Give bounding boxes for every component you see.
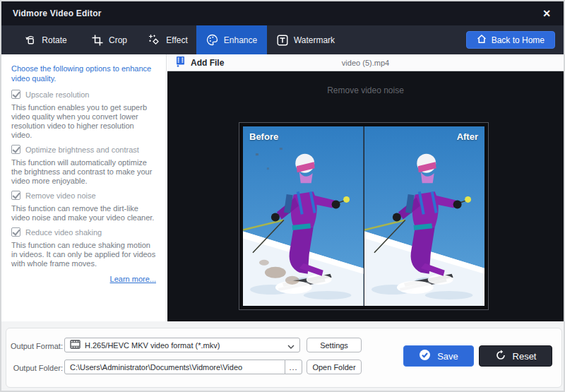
tab-crop[interactable]: Crop [79, 25, 140, 54]
output-format-value: H.265/HEVC MKV video format (*.mkv) [85, 341, 283, 350]
save-button[interactable]: Save [403, 345, 474, 367]
home-icon [477, 34, 487, 46]
tab-watermark[interactable]: Watermark [267, 25, 345, 54]
tab-label: Crop [109, 35, 127, 45]
option-remove-noise[interactable]: Remove video noise [11, 191, 156, 200]
output-card: Output Format: H.265/HEVC MKV video form… [6, 328, 562, 388]
open-folder-label: Open Folder [312, 363, 355, 372]
tab-label: Rotate [42, 35, 66, 45]
settings-label: Settings [320, 341, 348, 350]
rotate-icon [25, 35, 36, 46]
magic-wand-icon [148, 34, 160, 46]
option-description: This function can reduce shaking motion … [11, 241, 156, 268]
option-description: This function can remove the dirt-like v… [11, 204, 156, 222]
output-section: Output Format: H.265/HEVC MKV video form… [1, 321, 564, 392]
film-strip-icon [70, 339, 81, 352]
checkbox-checked-icon[interactable] [11, 227, 20, 237]
toolbar: Rotate Crop Effect Enhance Watermark Bac… [1, 25, 564, 54]
back-to-home-button[interactable]: Back to Home [466, 31, 555, 49]
add-file-button[interactable]: Add File [167, 56, 224, 69]
checkbox-checked-icon[interactable] [11, 90, 20, 99]
option-upscale-resolution[interactable]: Upscale resolution [11, 90, 156, 99]
before-after-frame: Before After [239, 122, 489, 310]
checkbox-checked-icon[interactable] [11, 145, 20, 154]
content-area: Choose the following options to enhance … [1, 54, 564, 321]
output-folder-input[interactable] [64, 360, 285, 374]
browse-folder-button[interactable]: ... [285, 360, 302, 374]
add-file-icon [175, 56, 186, 69]
tab-effect[interactable]: Effect [140, 25, 196, 54]
tab-label: Effect [166, 35, 187, 45]
back-to-home-label: Back to Home [492, 35, 545, 45]
option-label: Reduce video shaking [25, 228, 102, 237]
file-bar: video (5).mp4 Add File [167, 54, 564, 71]
output-format-dropdown[interactable]: H.265/HEVC MKV video format (*.mkv) [64, 338, 300, 352]
reset-button[interactable]: Reset [479, 345, 552, 367]
option-label: Upscale resolution [25, 90, 90, 99]
output-folder-label: Output Folder: [8, 364, 63, 372]
after-image: After [364, 126, 485, 306]
option-label: Remove video noise [25, 191, 96, 200]
option-reduce-shaking[interactable]: Reduce video shaking [11, 227, 156, 237]
checkbox-checked-icon[interactable] [11, 191, 20, 200]
check-circle-icon [419, 349, 431, 363]
tab-rotate[interactable]: Rotate [13, 25, 79, 54]
option-optimize-brightness[interactable]: Optimize brightness and contrast [11, 145, 156, 154]
save-label: Save [437, 351, 458, 362]
after-label: After [457, 131, 478, 142]
output-format-label: Output Format: [8, 342, 63, 350]
tab-enhance-active[interactable]: Enhance [196, 25, 267, 54]
loaded-file-name: video (5).mp4 [167, 54, 564, 71]
enhance-options-sidebar: Choose the following options to enhance … [1, 54, 167, 321]
open-folder-button[interactable]: Open Folder [307, 360, 362, 374]
preview-panel: video (5).mp4 Add File Remove video nois… [167, 54, 564, 321]
option-description: This function enables you to get superb … [11, 103, 156, 140]
close-icon[interactable]: ✕ [540, 6, 554, 20]
learn-more-link[interactable]: Learn more... [11, 275, 156, 283]
skier-before-illustration [243, 126, 364, 306]
settings-button[interactable]: Settings [307, 338, 362, 352]
crop-icon [92, 35, 103, 46]
tab-label: Watermark [294, 35, 335, 45]
reset-label: Reset [513, 351, 537, 362]
option-description: This function will automatically optimiz… [11, 158, 156, 186]
window-title: Vidmore Video Editor [1, 8, 102, 18]
video-canvas: Remove video noise [167, 71, 564, 321]
watermark-icon [277, 35, 288, 46]
chevron-down-icon [287, 339, 295, 352]
sidebar-intro-text: Choose the following options to enhance … [11, 64, 156, 83]
palette-icon [206, 34, 218, 46]
tab-label: Enhance [224, 35, 257, 45]
before-image: Before [243, 126, 364, 306]
skier-after-illustration [364, 126, 485, 306]
preview-caption: Remove video noise [167, 85, 564, 95]
option-label: Optimize brightness and contrast [25, 145, 139, 154]
add-file-label: Add File [191, 58, 224, 68]
title-bar: Vidmore Video Editor ✕ [1, 1, 564, 25]
reset-icon [495, 350, 506, 363]
app-window: Vidmore Video Editor ✕ Rotate Crop Effec… [0, 0, 565, 392]
before-label: Before [249, 131, 278, 142]
